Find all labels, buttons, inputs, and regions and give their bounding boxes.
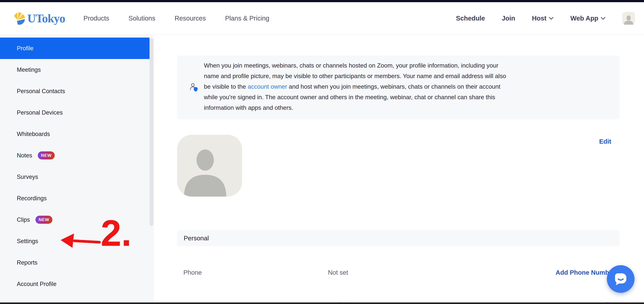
top-navigation-bar: UTokyo Products Solutions Resources Plan…: [0, 2, 644, 35]
utokyo-ginkgo-icon: [13, 12, 26, 25]
sidebar-item-label: Account Profile: [17, 281, 56, 287]
privacy-line: When you join meetings, webinars, chats …: [204, 60, 506, 71]
sidebar-item-label: Settings: [17, 238, 38, 245]
phone-value: Not set: [328, 269, 348, 276]
privacy-line-segment: be visible to the: [204, 83, 248, 90]
sidebar-item-account-profile[interactable]: Account Profile: [0, 273, 150, 295]
phone-label: Phone: [184, 269, 202, 276]
sidebar-item-notes[interactable]: Notes NEW: [0, 145, 150, 166]
account-owner-link[interactable]: account owner: [248, 83, 287, 90]
chevron-down-icon: [601, 17, 606, 20]
nav-host-label: Host: [532, 14, 546, 22]
nav-solutions[interactable]: Solutions: [128, 14, 156, 22]
nav-join[interactable]: Join: [502, 14, 515, 22]
nav-web-app[interactable]: Web App: [570, 14, 606, 22]
personal-section-header: Personal: [177, 230, 620, 246]
sidebar-item-label: Reports: [17, 259, 38, 266]
privacy-line: while you’re signed in. The account owne…: [204, 92, 506, 102]
profile-privacy-notice: When you join meetings, webinars, chats …: [177, 56, 620, 119]
sidebar-item-reports[interactable]: Reports: [0, 252, 150, 273]
privacy-line-segment: and host when you join meetings, webinar…: [287, 83, 500, 90]
sidebar-item-label: Notes: [17, 152, 32, 159]
nav-resources[interactable]: Resources: [174, 14, 206, 22]
utokyo-logo[interactable]: UTokyo: [13, 12, 65, 25]
annotation-step-number: 2.: [101, 215, 132, 252]
window-bottom-strip: [0, 303, 644, 304]
chevron-down-icon: [549, 17, 554, 20]
privacy-line: information with apps and others.: [204, 102, 506, 113]
chat-bubble-icon: [613, 272, 628, 287]
nav-products[interactable]: Products: [84, 14, 109, 22]
sidebar-item-label: Profile: [17, 45, 34, 52]
person-icon: [622, 14, 635, 25]
profile-picture-placeholder[interactable]: [177, 135, 242, 197]
new-badge: NEW: [38, 151, 54, 159]
profile-edit-link[interactable]: Edit: [599, 138, 611, 145]
zoom-web-portal-profile-page: UTokyo Products Solutions Resources Plan…: [0, 0, 644, 304]
sidebar-item-label: Recordings: [17, 195, 46, 202]
sidebar-item-label: Whiteboards: [17, 131, 50, 137]
person-shield-icon: [190, 83, 198, 92]
sidebar-item-label: Personal Devices: [17, 109, 63, 116]
privacy-line: be visible to the account owner and host…: [204, 81, 506, 92]
sidebar-item-whiteboards[interactable]: Whiteboards: [0, 123, 150, 145]
sidebar-item-label: Meetings: [17, 66, 41, 73]
account-avatar[interactable]: [622, 12, 635, 25]
nav-schedule[interactable]: Schedule: [456, 14, 485, 22]
chat-widget-button[interactable]: [607, 265, 634, 293]
sidebar-item-personal-devices[interactable]: Personal Devices: [0, 102, 150, 123]
nav-web-app-label: Web App: [570, 14, 598, 22]
profile-content: When you join meetings, webinars, chats …: [154, 35, 644, 304]
nav-plans-pricing[interactable]: Plans & Pricing: [225, 14, 269, 22]
sidebar-menu: Profile Meetings Personal Contacts Perso…: [0, 35, 154, 295]
phone-row: Phone Not set Add Phone Number: [184, 269, 644, 277]
sidebar-item-label: Clips: [17, 216, 30, 223]
privacy-notice-text: When you join meetings, webinars, chats …: [204, 60, 506, 113]
account-nav-links: Schedule Join Host Web App: [456, 12, 635, 25]
new-badge: NEW: [36, 216, 52, 224]
logo-text: UTokyo: [27, 12, 65, 25]
privacy-line: name and profile picture, may be visible…: [204, 71, 506, 81]
sidebar-item-label: Surveys: [17, 174, 38, 180]
sidebar-item-meetings[interactable]: Meetings: [0, 59, 150, 80]
sidebar-item-surveys[interactable]: Surveys: [0, 166, 150, 188]
sidebar-item-recordings[interactable]: Recordings: [0, 188, 150, 209]
annotation-arrow-icon: [59, 232, 101, 250]
sidebar-scrollbar[interactable]: [150, 38, 154, 226]
primary-nav-links: Products Solutions Resources Plans & Pri…: [84, 14, 269, 22]
person-icon: [177, 146, 242, 197]
nav-host[interactable]: Host: [532, 14, 554, 22]
add-phone-number-link[interactable]: Add Phone Number: [556, 269, 615, 276]
sidebar-item-personal-contacts[interactable]: Personal Contacts: [0, 80, 150, 102]
sidebar-item-profile[interactable]: Profile: [0, 37, 150, 59]
personal-section-title: Personal: [184, 235, 209, 242]
sidebar-item-label: Personal Contacts: [17, 88, 65, 95]
window-top-strip: [0, 0, 644, 2]
profile-sidebar: Profile Meetings Personal Contacts Perso…: [0, 35, 154, 304]
